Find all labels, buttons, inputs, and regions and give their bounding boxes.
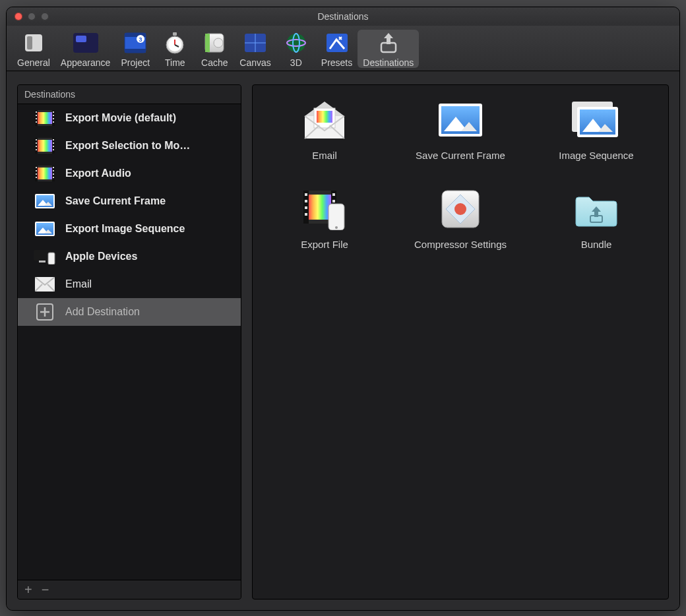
- zoom-button[interactable]: [41, 13, 49, 20]
- svg-rect-81: [309, 195, 331, 220]
- template-image-sequence[interactable]: Image Sequence: [528, 98, 664, 161]
- sidebar-item-label: Email: [65, 278, 92, 290]
- share-icon: [374, 30, 403, 56]
- svg-rect-3: [76, 36, 86, 42]
- svg-point-20: [287, 34, 305, 52]
- film-rainbow-icon: [34, 137, 56, 154]
- photo-large-icon: [435, 98, 486, 142]
- sidebar-item-label: Export Image Sequence: [65, 223, 185, 235]
- sidebar-item-export-audio[interactable]: Export Audio: [18, 160, 241, 187]
- destination-templates: Email Save Current Frame Image Sequence: [252, 84, 669, 600]
- tab-canvas[interactable]: Canvas: [234, 30, 276, 68]
- sidebar-item-label: Export Selection to Mo…: [65, 140, 190, 152]
- sidebar-item-export-selection[interactable]: Export Selection to Mo…: [18, 132, 241, 160]
- svg-rect-84: [305, 193, 307, 196]
- plus-box-icon: [34, 303, 56, 321]
- film-rainbow-icon: [34, 109, 56, 127]
- photo-icon: [34, 193, 56, 210]
- switch-icon: [19, 30, 48, 56]
- sidebar-item-apple-devices[interactable]: Apple Devices: [18, 243, 241, 270]
- canvas-icon: [241, 30, 270, 56]
- svg-rect-54: [36, 170, 37, 171]
- svg-rect-60: [53, 177, 54, 178]
- svg-rect-50: [38, 168, 52, 179]
- svg-rect-87: [305, 213, 307, 216]
- sidebar-item-save-frame[interactable]: Save Current Frame: [18, 187, 241, 215]
- tab-label: Time: [165, 57, 185, 68]
- tab-general[interactable]: General: [12, 30, 55, 68]
- sidebar-item-add-destination[interactable]: Add Destination: [18, 298, 241, 326]
- svg-rect-32: [36, 121, 37, 123]
- svg-rect-34: [53, 115, 54, 116]
- tab-label: General: [17, 57, 50, 68]
- tab-label: 3D: [290, 57, 302, 68]
- window-title: Destinations: [7, 11, 679, 22]
- envelope-icon: [34, 276, 56, 293]
- tab-project[interactable]: 3 Project: [115, 30, 155, 68]
- film-phone-icon: [299, 187, 350, 231]
- sidebar-item-label: Export Movie (default): [65, 112, 176, 124]
- svg-rect-55: [36, 173, 37, 175]
- sidebar-item-label: Save Current Frame: [65, 195, 166, 207]
- svg-point-95: [454, 203, 466, 215]
- svg-text:3: 3: [139, 36, 142, 43]
- svg-rect-58: [53, 170, 54, 171]
- stopwatch-icon: [160, 30, 189, 56]
- globe-3d-icon: [282, 30, 311, 56]
- tab-3d[interactable]: 3D: [276, 30, 316, 68]
- svg-rect-67: [48, 253, 55, 264]
- tab-label: Presets: [321, 57, 352, 68]
- template-label: Image Sequence: [559, 150, 633, 161]
- template-label: Bundle: [581, 239, 612, 250]
- tab-appearance[interactable]: Appearance: [55, 30, 116, 68]
- sidebar-item-email[interactable]: Email: [18, 270, 241, 298]
- template-compressor[interactable]: Compressor Settings: [392, 187, 528, 250]
- svg-rect-36: [53, 121, 54, 123]
- svg-rect-56: [36, 177, 37, 178]
- destinations-sidebar: Destinations Export Movie (default) Expo…: [17, 84, 241, 600]
- sidebar-item-export-movie[interactable]: Export Movie (default): [18, 104, 241, 132]
- svg-rect-31: [36, 118, 37, 119]
- svg-rect-44: [36, 149, 37, 150]
- svg-rect-42: [36, 142, 37, 144]
- template-label: Compressor Settings: [414, 239, 507, 250]
- close-button[interactable]: [15, 13, 22, 20]
- sidebar-footer: + −: [18, 580, 241, 599]
- tab-destinations[interactable]: Destinations: [358, 30, 419, 68]
- svg-rect-85: [305, 200, 307, 202]
- tab-label: Canvas: [239, 57, 270, 68]
- tab-presets[interactable]: Presets: [316, 30, 358, 68]
- folder-share-icon: [571, 187, 622, 231]
- sidebar-item-label: Add Destination: [65, 306, 140, 318]
- svg-rect-33: [53, 111, 54, 113]
- add-button[interactable]: +: [24, 583, 32, 596]
- minimize-button[interactable]: [28, 13, 36, 20]
- photo-icon: [34, 220, 56, 237]
- templates-grid: Email Save Current Frame Image Sequence: [257, 98, 664, 250]
- svg-rect-41: [36, 139, 37, 140]
- preferences-window: Destinations General Appearance 3 Projec…: [6, 7, 680, 611]
- svg-rect-45: [53, 139, 54, 140]
- svg-rect-1: [27, 36, 32, 49]
- template-bundle[interactable]: Bundle: [528, 187, 664, 250]
- preferences-toolbar: General Appearance 3 Project Time Cache: [7, 26, 679, 71]
- svg-rect-29: [36, 111, 37, 113]
- film-rainbow-icon: [34, 165, 56, 182]
- svg-rect-43: [36, 146, 37, 147]
- photo-stack-icon: [571, 98, 622, 142]
- svg-rect-11: [173, 32, 177, 36]
- svg-rect-57: [53, 167, 54, 168]
- tab-cache[interactable]: Cache: [195, 30, 234, 68]
- svg-rect-38: [38, 140, 52, 152]
- template-label: Export File: [301, 239, 348, 250]
- svg-rect-53: [36, 167, 37, 168]
- project-icon: 3: [121, 30, 150, 56]
- tab-time[interactable]: Time: [155, 30, 195, 68]
- template-email[interactable]: Email: [257, 98, 392, 161]
- template-export-file[interactable]: Export File: [257, 187, 392, 250]
- template-label: Save Current Frame: [416, 150, 505, 161]
- template-save-frame[interactable]: Save Current Frame: [392, 98, 528, 161]
- remove-button[interactable]: −: [42, 583, 49, 596]
- tab-label: Destinations: [363, 57, 414, 68]
- sidebar-item-image-sequence[interactable]: Export Image Sequence: [18, 215, 241, 243]
